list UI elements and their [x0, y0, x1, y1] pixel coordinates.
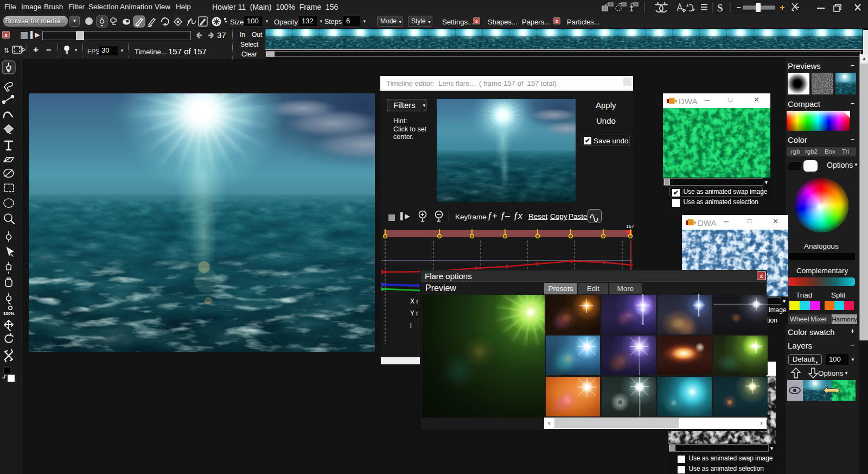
svg-text:100%: 100%	[3, 311, 14, 316]
svg-text:S: S	[717, 2, 723, 14]
